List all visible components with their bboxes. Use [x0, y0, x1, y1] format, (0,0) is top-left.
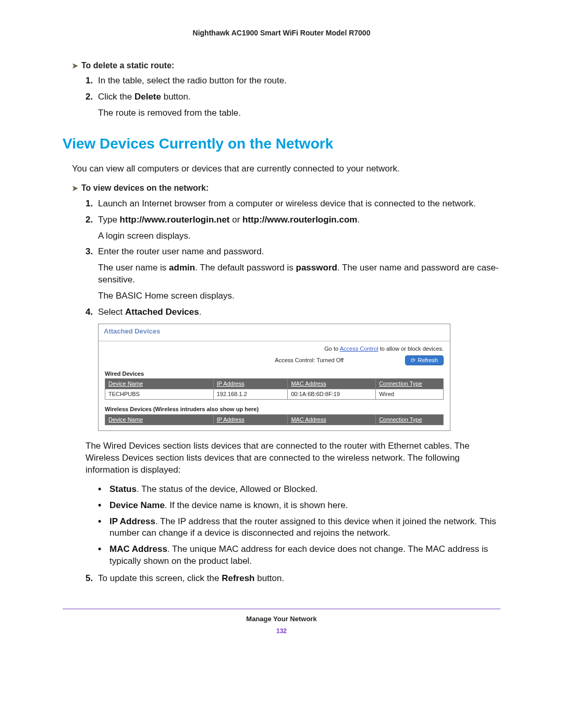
step-text-bold: http://www.routerlogin.net [120, 215, 230, 225]
refresh-icon: ⟳ [411, 357, 415, 364]
hint-text: to allow or block devices. [378, 346, 444, 352]
col-connection-type[interactable]: Connection Type [376, 379, 444, 389]
step-text: button. [255, 573, 285, 583]
step-subtext-span: . The default password is [195, 263, 296, 273]
bullet-device-name: Device Name. If the device name is known… [98, 500, 500, 512]
heading-view-devices-text: To view devices on the network: [81, 183, 209, 192]
step-text: Click the [98, 92, 134, 102]
step-subtext: The route is removed from the table. [98, 107, 500, 119]
heading-view-devices: ➤To view devices on the network: [72, 182, 500, 194]
after-shot-paragraph: The Wired Devices section lists devices … [85, 440, 500, 476]
step-number: 1. [85, 75, 93, 87]
cell-device-name: TECHPUBS [105, 389, 214, 400]
step-subtext: The user name is admin. The default pass… [98, 262, 500, 286]
step-delete-1: 1. In the table, select the radio button… [85, 75, 500, 87]
bullet-desc: . The IP address that the router assigne… [109, 516, 496, 538]
step-text: or [230, 215, 243, 225]
col-mac-address[interactable]: MAC Address [288, 379, 376, 389]
col-ip-address[interactable]: IP Address [213, 414, 288, 425]
step-number: 3. [85, 246, 93, 258]
cell-mac-address: 00:1A:6B:6D:8F:19 [288, 389, 376, 400]
doc-header: Nighthawk AC1900 Smart WiFi Router Model… [63, 28, 500, 38]
cell-ip-address: 192.168.1.2 [213, 389, 288, 400]
bullet-term: MAC Address [109, 544, 167, 554]
footer-section: Manage Your Network [63, 614, 500, 624]
step-subtext: The BASIC Home screen displays. [98, 290, 500, 302]
bullet-status: Status. The status of the device, Allowe… [98, 484, 500, 496]
heading-delete-route-text: To delete a static route: [81, 61, 174, 70]
table-row: TECHPUBS 192.168.1.2 00:1A:6B:6D:8F:19 W… [105, 389, 444, 400]
step-view-3: 3. Enter the router user name and passwo… [85, 246, 500, 302]
refresh-button[interactable]: ⟳Refresh [405, 355, 444, 365]
arrow-icon: ➤ [72, 61, 78, 70]
hint-text: Go to [324, 346, 339, 352]
step-text: In the table, select the radio button fo… [98, 76, 287, 85]
step-number: 4. [85, 306, 93, 318]
panel-title: Attached Devices [99, 324, 450, 341]
intro-paragraph: You can view all computers or devices th… [72, 163, 500, 175]
step-text: Enter the router user name and password. [98, 246, 264, 256]
wireless-devices-label: Wireless Devices (Wireless intruders als… [105, 406, 444, 413]
step-subtext-bold: admin [169, 263, 195, 273]
step-text-bold: http://www.routerlogin.com [242, 215, 357, 225]
col-ip-address[interactable]: IP Address [213, 379, 288, 389]
step-subtext-bold: password [296, 263, 337, 273]
step-number: 1. [85, 198, 93, 210]
step-text: button. [161, 92, 191, 102]
col-connection-type[interactable]: Connection Type [376, 414, 444, 425]
step-view-4: 4. Select Attached Devices. [85, 306, 500, 318]
step-number: 2. [85, 214, 93, 226]
step-text-bold: Delete [134, 92, 161, 102]
col-device-name[interactable]: Device Name [105, 414, 214, 425]
heading-delete-route: ➤To delete a static route: [72, 60, 500, 71]
access-control-link[interactable]: Access Control [340, 346, 378, 352]
cell-connection-type: Wired [376, 389, 444, 400]
bullet-term: Device Name [109, 500, 165, 510]
step-subtext-span: The user name is [98, 263, 169, 273]
arrow-icon: ➤ [72, 184, 78, 192]
col-mac-address[interactable]: MAC Address [288, 414, 376, 425]
step-number: 2. [85, 91, 93, 103]
step-subtext: A login screen displays. [98, 230, 500, 242]
refresh-button-label: Refresh [418, 357, 438, 363]
bullet-term: IP Address [109, 516, 155, 526]
access-control-hint: Go to Access Control to allow or block d… [105, 346, 444, 352]
step-text: . [199, 307, 202, 317]
step-delete-2: 2. Click the Delete button. The route is… [85, 91, 500, 119]
footer-page-number: 132 [63, 627, 500, 635]
footer-rule [63, 609, 500, 609]
step-text: . [357, 215, 360, 225]
wired-devices-label: Wired Devices [105, 371, 444, 377]
step-text: Type [98, 215, 120, 225]
col-device-name[interactable]: Device Name [105, 379, 214, 389]
page-title: View Devices Currently on the Network [63, 134, 500, 154]
wired-devices-table: Device Name IP Address MAC Address Conne… [105, 378, 444, 400]
access-control-status: Access Control: Turned Off [213, 357, 405, 364]
step-text: To update this screen, click the [98, 573, 222, 583]
step-text-bold: Refresh [222, 573, 254, 583]
bullet-term: Status [109, 484, 137, 494]
step-number: 5. [85, 573, 93, 585]
attached-devices-panel: Attached Devices Go to Access Control to… [98, 324, 450, 431]
step-text: Select [98, 307, 125, 317]
bullet-desc: . If the device name is known, it is sho… [165, 500, 348, 510]
step-view-5: 5. To update this screen, click the Refr… [85, 573, 500, 585]
step-text-bold: Attached Devices [125, 307, 199, 317]
step-text: Launch an Internet browser from a comput… [98, 199, 476, 208]
wireless-devices-table: Device Name IP Address MAC Address Conne… [105, 414, 444, 425]
step-view-1: 1. Launch an Internet browser from a com… [85, 198, 500, 210]
bullet-mac-address: MAC Address. The unique MAC address for … [98, 544, 500, 567]
bullet-ip-address: IP Address. The IP address that the rout… [98, 516, 500, 540]
bullet-desc: . The status of the device, Allowed or B… [137, 484, 317, 494]
step-view-2: 2. Type http://www.routerlogin.net or ht… [85, 214, 500, 242]
